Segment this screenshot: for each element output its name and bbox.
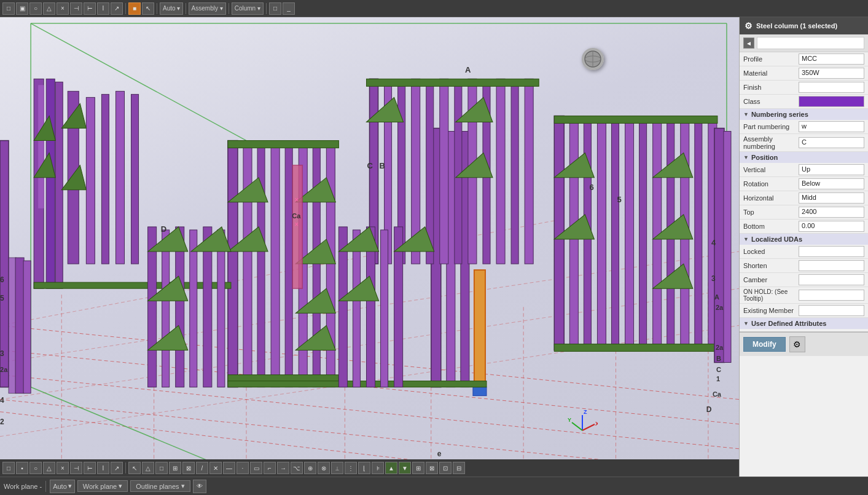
profile-value[interactable]: MCC xyxy=(799,53,864,65)
eye-icon[interactable]: 👁 xyxy=(193,480,206,493)
snap-icon-3[interactable]: ○ xyxy=(29,462,42,474)
shorten-value[interactable] xyxy=(799,260,864,271)
tool-icon-8[interactable]: ⊠ xyxy=(426,462,438,474)
grid-icon-2[interactable]: ⊠ xyxy=(182,462,195,474)
position-section-header[interactable]: ▼ Position xyxy=(740,152,868,163)
auto-dropdown[interactable]: Auto▾ xyxy=(160,2,183,15)
toolbar-icon-9[interactable]: ↗ xyxy=(111,2,123,15)
class-row: Class xyxy=(740,95,868,109)
snap-icon-2[interactable]: ▪ xyxy=(16,462,28,474)
svg-rect-66 xyxy=(554,116,717,123)
existing-member-value[interactable] xyxy=(799,305,864,316)
finish-value[interactable] xyxy=(799,82,864,93)
snap-icon-9[interactable]: ↗ xyxy=(111,462,123,474)
arrow-icon[interactable]: → xyxy=(277,462,289,474)
viewport[interactable]: × × A C B D D Ca Ca f e g h i 1 6 5 4 3 … xyxy=(0,17,739,477)
snap-icon-8[interactable]: I xyxy=(97,462,109,474)
view-cube[interactable] xyxy=(582,48,604,70)
toolbar-minimize[interactable]: _ xyxy=(283,2,295,15)
tool-icon-3[interactable]: ⟂ xyxy=(331,462,343,474)
class-label: Class xyxy=(743,98,799,105)
triangle-icon[interactable]: △ xyxy=(142,462,154,474)
green-icon-2[interactable]: ▼ xyxy=(399,462,411,474)
svg-rect-110 xyxy=(23,261,31,394)
snap-icon-6[interactable]: ⊣ xyxy=(70,462,82,474)
vertical-value[interactable]: Up xyxy=(799,164,864,175)
horizontal-value[interactable]: Midd xyxy=(799,192,864,204)
grid-icon-1[interactable]: ⊞ xyxy=(169,462,181,474)
toolbar-icon-4[interactable]: △ xyxy=(43,2,55,15)
toolbar-icon-6[interactable]: ⊣ xyxy=(70,2,82,15)
svg-text:×: × xyxy=(294,196,299,204)
column-dropdown[interactable]: Column ▾ xyxy=(232,2,264,15)
work-plane-chevron: ▾ xyxy=(119,482,122,490)
tool-icon-1[interactable]: ⊕ xyxy=(304,462,316,474)
cross-icon[interactable]: ✕ xyxy=(209,462,222,474)
box-icon[interactable]: ▭ xyxy=(250,462,262,474)
modify-button[interactable]: Modify xyxy=(743,337,786,352)
existing-member-label: Existing Member xyxy=(743,307,799,314)
work-plane-btn[interactable]: Work plane ▾ xyxy=(77,480,128,492)
tool-icon-4[interactable]: ⋮ xyxy=(345,462,357,474)
class-value[interactable] xyxy=(799,96,864,107)
corner-icon[interactable]: ⌐ xyxy=(264,462,276,474)
tool-icon-2[interactable]: ⊗ xyxy=(318,462,330,474)
svg-text:e: e xyxy=(437,449,442,458)
svg-text:3: 3 xyxy=(711,274,716,283)
bracket-icon[interactable]: ⌥ xyxy=(291,462,303,474)
tool-icon-7[interactable]: ⊞ xyxy=(412,462,424,474)
panel-icon-button[interactable]: ⚙ xyxy=(789,336,805,352)
outline-planes-chevron: ▾ xyxy=(181,482,185,490)
snap-icon-7[interactable]: ⊢ xyxy=(84,462,96,474)
separator-4 xyxy=(229,3,229,14)
tool-icon-6[interactable]: ⊧ xyxy=(372,462,384,474)
toolbar-icon-orange[interactable]: ■ xyxy=(128,2,141,15)
user-defined-section-header[interactable]: ▼ User Defined Attributes xyxy=(740,318,868,329)
rotation-value[interactable]: Below xyxy=(799,178,864,189)
toolbar-icon-1[interactable]: □ xyxy=(2,2,15,15)
tool-icon-9[interactable]: ⊡ xyxy=(439,462,452,474)
shorten-row: Shorten xyxy=(740,259,868,273)
svg-rect-106 xyxy=(724,132,731,363)
svg-rect-36 xyxy=(243,147,252,387)
assembly-dropdown[interactable]: Assembly ▾ xyxy=(189,2,226,15)
finish-label: Finish xyxy=(743,84,799,91)
dot-icon[interactable]: · xyxy=(237,462,249,474)
toolbar-icon-8[interactable]: I xyxy=(97,2,109,15)
tool-icon-10[interactable]: ⊟ xyxy=(453,462,465,474)
bottom-value[interactable]: 0.00 xyxy=(799,221,864,232)
rect-icon[interactable]: □ xyxy=(155,462,168,474)
toolbar-icon-7[interactable]: ⊢ xyxy=(84,2,96,15)
locked-value[interactable] xyxy=(799,246,864,257)
tool-icon-5[interactable]: ⌊ xyxy=(358,462,370,474)
camber-value[interactable] xyxy=(799,274,864,285)
localized-udas-section-header[interactable]: ▼ Localized UDAs xyxy=(740,234,868,245)
toolbar-icon-2[interactable]: ▣ xyxy=(16,2,28,15)
cursor-icon[interactable]: ↖ xyxy=(128,462,141,474)
green-icon-1[interactable]: ▲ xyxy=(385,462,397,474)
numbering-section-header[interactable]: ▼ Numbering series xyxy=(740,109,868,120)
on-hold-value[interactable] xyxy=(799,290,864,301)
existing-member-row: Existing Member xyxy=(740,304,868,318)
toolbar-icon-select[interactable]: ↖ xyxy=(142,2,154,15)
toolbar-icon-5[interactable]: × xyxy=(57,2,69,15)
auto-btn[interactable]: Auto ▾ xyxy=(50,480,75,493)
part-numbering-value[interactable]: w xyxy=(799,121,864,132)
separator-3 xyxy=(186,3,186,14)
outline-planes-btn[interactable]: Outline planes ▾ xyxy=(130,480,190,492)
panel-back-button[interactable]: ◄ xyxy=(743,38,754,49)
slash-icon[interactable]: / xyxy=(196,462,208,474)
snap-icon-1[interactable]: □ xyxy=(2,462,15,474)
assembly-numbering-value[interactable]: C xyxy=(799,137,864,148)
toolbar-maximize[interactable]: □ xyxy=(269,2,281,15)
snap-icon-5[interactable]: × xyxy=(57,462,69,474)
svg-rect-39 xyxy=(285,144,292,387)
top-value[interactable]: 2400 xyxy=(799,207,864,218)
material-value[interactable]: 350W xyxy=(799,68,864,79)
svg-rect-99 xyxy=(217,230,225,387)
toolbar-icon-3[interactable]: ○ xyxy=(29,2,42,15)
locked-row: Locked xyxy=(740,245,868,259)
line-icon[interactable]: — xyxy=(223,462,235,474)
svg-text:B: B xyxy=(380,161,385,170)
snap-icon-4[interactable]: △ xyxy=(43,462,55,474)
